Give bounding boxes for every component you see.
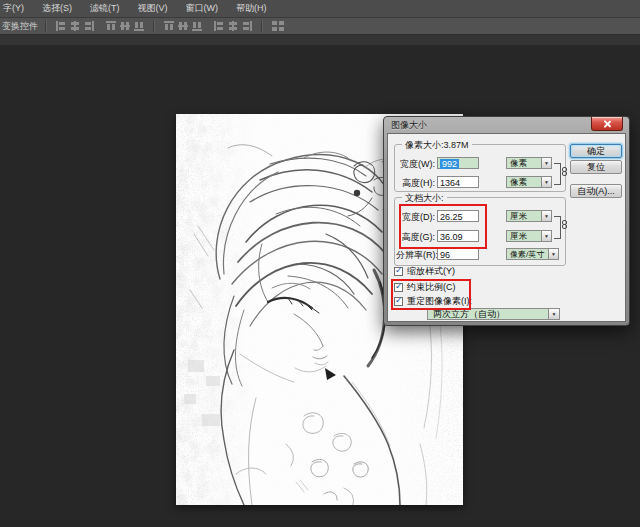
resolution-input[interactable]: 96: [437, 248, 479, 260]
options-bar: 变换控件: [0, 18, 640, 35]
workspace-top-shade: [0, 35, 640, 45]
annotation-red-box-checkboxes: [391, 279, 471, 310]
pixel-width-input[interactable]: 992: [437, 157, 479, 169]
auto-align-layers-icon[interactable]: [272, 21, 285, 31]
distribute-right-edges-icon[interactable]: [242, 21, 252, 31]
align-horizontal-centers-icon[interactable]: [70, 21, 80, 31]
pixel-width-value: 992: [440, 159, 459, 169]
auto-button[interactable]: 自动(A)...: [570, 184, 622, 198]
distribute-horizontal-centers-icon[interactable]: [228, 21, 238, 31]
menu-item-select[interactable]: 选择(S): [33, 0, 81, 17]
pixel-dimensions-title: 像素大小:3.87M: [402, 139, 472, 152]
doc-width-unit-select[interactable]: 厘米 ▼: [506, 210, 552, 222]
menu-item-filter[interactable]: 滤镜(T): [81, 0, 129, 17]
options-separator: [45, 21, 47, 32]
align-right-edges-icon[interactable]: [84, 21, 94, 31]
dropdown-arrow-icon[interactable]: ▼: [541, 230, 552, 242]
pixel-width-row: 宽度(W): 992 像素 ▼: [396, 157, 562, 170]
dropdown-arrow-icon[interactable]: ▼: [548, 308, 560, 320]
checkbox-checked-icon: ✓: [394, 267, 403, 276]
distribute-vertical-centers-icon[interactable]: [178, 21, 188, 31]
close-button[interactable]: [591, 117, 623, 131]
distribute-bottom-edges-icon[interactable]: [192, 21, 202, 31]
doc-width-unit-value: 厘米: [506, 210, 541, 222]
dropdown-arrow-icon[interactable]: ▼: [541, 157, 552, 169]
menu-item-view[interactable]: 视图(V): [129, 0, 177, 17]
pixel-height-unit-value: 像素: [506, 176, 541, 188]
pixel-link-chain-icon: [562, 167, 568, 178]
scale-styles-checkbox[interactable]: ✓ 缩放样式(Y): [394, 266, 455, 277]
distribute-left-edges-icon[interactable]: [214, 21, 224, 31]
doc-height-unit-value: 厘米: [506, 230, 541, 242]
pixel-width-label: 宽度(W):: [396, 158, 435, 171]
reset-button[interactable]: 复位: [570, 160, 622, 174]
resolution-unit-select[interactable]: 像素/英寸 ▼: [506, 248, 559, 260]
dropdown-arrow-icon[interactable]: ▼: [548, 248, 559, 260]
doc-link-bracket: [554, 216, 561, 239]
pixel-width-unit-select[interactable]: 像素 ▼: [506, 157, 552, 169]
ok-button[interactable]: 确定: [570, 144, 622, 158]
menu-item-type[interactable]: 字(Y): [0, 0, 33, 17]
options-separator: [261, 21, 263, 32]
resolution-unit-value: 像素/英寸: [506, 248, 548, 260]
pixel-height-row: 高度(H): 1364 像素 ▼: [396, 176, 562, 189]
menu-item-help[interactable]: 帮助(H): [227, 0, 276, 17]
pixel-height-input[interactable]: 1364: [437, 176, 479, 188]
align-bottom-edges-icon[interactable]: [134, 21, 144, 31]
options-separator: [153, 21, 155, 32]
dropdown-arrow-icon[interactable]: ▼: [541, 176, 552, 188]
close-icon: [604, 120, 611, 127]
show-transform-controls-label[interactable]: 变换控件: [2, 20, 38, 33]
dialog-body: 像素大小:3.87M 宽度(W): 992 像素 ▼ 高度(H): 1364 像…: [387, 133, 626, 322]
dialog-title: 图像大小: [391, 119, 427, 132]
pixel-height-unit-select[interactable]: 像素 ▼: [506, 176, 552, 188]
doc-link-chain-icon: [562, 220, 568, 231]
distribute-top-edges-icon[interactable]: [164, 21, 174, 31]
doc-height-unit-select[interactable]: 厘米 ▼: [506, 230, 552, 242]
image-size-dialog: 图像大小 像素大小:3.87M 宽度(W): 992 像素 ▼ 高度(H): 1…: [383, 116, 630, 326]
menu-bar: 字(Y) 选择(S) 滤镜(T) 视图(V) 窗口(W) 帮助(H): [0, 0, 640, 18]
scale-styles-label: 缩放样式(Y): [407, 265, 455, 278]
menu-item-window[interactable]: 窗口(W): [177, 0, 228, 17]
align-top-edges-icon[interactable]: [106, 21, 116, 31]
pixel-link-bracket: [554, 163, 561, 185]
resolution-label: 分辨率(R):: [396, 249, 435, 262]
pixel-width-unit-value: 像素: [506, 157, 541, 169]
pixel-height-label: 高度(H):: [396, 177, 435, 190]
dropdown-arrow-icon[interactable]: ▼: [541, 210, 552, 222]
align-vertical-centers-icon[interactable]: [120, 21, 130, 31]
align-left-edges-icon[interactable]: [56, 21, 66, 31]
resolution-row: 分辨率(R): 96 像素/英寸 ▼: [396, 248, 562, 261]
annotation-red-box-document-size: [399, 204, 487, 249]
